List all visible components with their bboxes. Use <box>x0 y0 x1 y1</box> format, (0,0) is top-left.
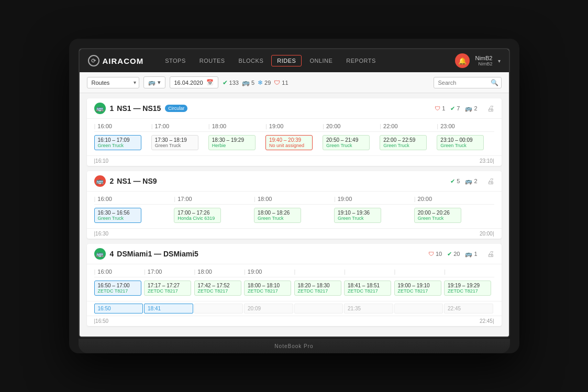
footer-seg-0: 16:50 <box>94 304 143 313</box>
time-col-1900-r2: 19:00 <box>334 196 414 202</box>
time-col-1800-r2: 18:00 <box>254 196 334 202</box>
route-4-time-header: 16:00 17:00 18:00 19:00 <box>94 268 494 277</box>
ride-time-r4-4: 18:20 – 18:30 <box>298 283 338 288</box>
ride-unit-r4-2: ZETDC T8217 <box>198 288 238 294</box>
stat-bus-value: 5 <box>251 80 254 86</box>
route-2-icon: 🚌 <box>94 175 106 187</box>
route-1-badge: Circular <box>165 105 187 112</box>
ride-time-r4-1: 17:17 – 17:27 <box>148 283 187 288</box>
nav-routes[interactable]: ROUTES <box>194 55 231 66</box>
ride-unit-r2-0: Green Truck <box>98 216 138 221</box>
route-4-print-btn[interactable]: 🖨 <box>487 250 494 258</box>
ride-block-r1-2[interactable]: 18:30 – 19:29 Herbie <box>208 135 256 150</box>
laptop-frame: ⟳ AIRACOM STOPS ROUTES BLOCKS RIDES ONLI… <box>69 39 519 353</box>
ride-block-r4-4[interactable]: 18:20 – 18:30 ZETDC T8217 <box>294 281 341 296</box>
route-card-4: 🚌 4 DSMiami1 — DSMiami5 🛡 10 ✔ 20 <box>87 244 502 326</box>
stat-bus: 🚌 5 <box>242 79 254 86</box>
laptop-screen: ⟳ AIRACOM STOPS ROUTES BLOCKS RIDES ONLI… <box>79 48 510 338</box>
route-card-2: 🚌 2 NS1 — NS9 ✔ 5 🚌 2 🖨 <box>87 171 502 239</box>
route-2-rides: 16:30 – 16:56 Green Truck 17:00 – 17:26 … <box>94 208 494 223</box>
notification-bell[interactable]: 🔔 <box>455 53 470 68</box>
ride-block-r2-1[interactable]: 17:00 – 17:26 Honda Civic 6319 <box>174 208 221 223</box>
bus-icon-r1: 🚌 <box>465 105 472 112</box>
shield-icon-r1: 🛡 <box>435 105 440 111</box>
user-menu[interactable]: NimB2 NimB2 <box>475 55 492 66</box>
app-nav: ⟳ AIRACOM STOPS ROUTES BLOCKS RIDES ONLI… <box>80 49 509 72</box>
ride-unit-r2-1: Honda Civic 6319 <box>177 216 217 221</box>
ride-block-r1-6[interactable]: 23:10 – 00:09 Green Truck <box>437 135 484 150</box>
ride-block-r1-5[interactable]: 22:00 – 22:59 Green Truck <box>380 135 427 150</box>
ride-block-r4-7[interactable]: 19:19 – 19:29 ZETDC T8217 <box>444 281 491 296</box>
user-name: NimB2 <box>475 55 492 61</box>
laptop-bottom: NoteBook Pro <box>79 339 510 353</box>
ride-unit-r4-6: ZETDC T8217 <box>398 288 438 294</box>
nav-online[interactable]: ONLINE <box>304 55 338 66</box>
user-dropdown-arrow[interactable]: ▾ <box>498 58 501 64</box>
ride-cell-r4-5: 18:41 – 18:51 ZETDC T8217 <box>344 281 394 296</box>
route-1-icon: 🚌 <box>94 103 106 114</box>
time-col-empty2-r4 <box>344 268 394 275</box>
route-4-bus-val: 1 <box>474 251 477 257</box>
time-col-1900-r1: 19:00 <box>265 123 323 129</box>
footer-seg-4 <box>294 304 343 313</box>
date-picker[interactable]: 16.04.2020 📅 <box>170 76 218 88</box>
route-1-print-btn[interactable]: 🖨 <box>487 104 494 113</box>
ride-cell-r4-2: 17:42 – 17:52 ZETDC T8217 <box>194 281 245 296</box>
ride-unit-r1-2: Herbie <box>212 143 252 148</box>
route-2-bus-val: 2 <box>474 178 477 184</box>
nav-stops[interactable]: STOPS <box>159 55 192 66</box>
footer-seg-6 <box>394 304 443 313</box>
bus-filter-btn[interactable]: 🚌 ▾ <box>143 76 165 88</box>
ride-cell-r4-4: 18:20 – 18:30 ZETDC T8217 <box>294 281 345 296</box>
ride-block-r2-0[interactable]: 16:30 – 16:56 Green Truck <box>94 208 141 223</box>
ride-cell-r1-6: 23:10 – 00:09 Green Truck <box>437 135 494 150</box>
stat-snow: ❄ 29 <box>258 79 271 86</box>
ride-block-r4-6[interactable]: 19:00 – 19:10 ZETDC T8217 <box>394 281 441 296</box>
ride-block-r2-2[interactable]: 18:00 – 18:26 Green Truck <box>254 208 301 223</box>
ride-block-r4-1[interactable]: 17:17 – 17:27 ZETDC T8217 <box>144 281 191 296</box>
ride-cell-r1-4: 20:50 – 21:49 Green Truck <box>323 135 380 150</box>
route-1-shield-stat: 🛡 1 <box>435 105 445 111</box>
ride-unit-r2-2: Green Truck <box>258 216 297 221</box>
route-1-check-stat: ✔ 7 <box>450 105 460 112</box>
search-icon[interactable]: 🔍 <box>491 79 498 86</box>
nav-rides[interactable]: RIDES <box>271 55 302 66</box>
ride-time-r1-5: 22:00 – 22:59 <box>383 137 423 143</box>
route-2-check-stat: ✔ 5 <box>450 178 460 185</box>
route-1-body: 16:00 17:00 18:00 19:00 20:00 22:00 23:0… <box>87 119 502 155</box>
route-1-footer-right: 23:10| <box>480 158 494 164</box>
filter-select[interactable]: Routes <box>87 77 139 88</box>
laptop-label: NoteBook Pro <box>274 343 313 349</box>
ride-cell-r2-1: 17:00 – 17:26 Honda Civic 6319 <box>174 208 254 223</box>
route-4-shield-val: 10 <box>436 251 442 257</box>
logo-text: AIRACOM <box>103 57 144 65</box>
toolbar: Routes 🚌 ▾ 16.04.2020 📅 ✔ 133 🚌 5 <box>80 72 509 93</box>
ride-block-r1-4[interactable]: 20:50 – 21:49 Green Truck <box>323 135 370 150</box>
bus-icon-r4: 🚌 <box>465 251 472 257</box>
ride-block-r1-0[interactable]: 16:10 – 17:09 Green Truck <box>94 135 141 150</box>
ride-block-r2-4[interactable]: 20:00 – 20:26 Green Truck <box>414 208 461 223</box>
ride-unit-r4-5: ZETDC T8217 <box>348 288 387 294</box>
ride-time-r2-0: 16:30 – 16:56 <box>98 210 138 216</box>
ride-block-r4-2[interactable]: 17:42 – 17:52 ZETDC T8217 <box>194 281 241 296</box>
footer-seg-2 <box>194 304 243 313</box>
ride-block-r1-1[interactable]: 17:30 – 18:19 Green Truck <box>151 135 198 150</box>
ride-block-r4-3[interactable]: 18:00 – 18:10 ZETDC T8217 <box>244 281 291 296</box>
ride-unit-r1-3: No unit assigned <box>269 143 309 148</box>
main-content: 🚌 1 NS1 — NS15 Circular 🛡 1 ✔ 7 <box>80 93 509 337</box>
search-wrap: 🔍 <box>434 77 502 88</box>
ride-block-r4-5[interactable]: 18:41 – 18:51 ZETDC T8217 <box>344 281 391 296</box>
route-2-print-btn[interactable]: 🖨 <box>487 177 494 185</box>
route-4-header: 🚌 4 DSMiami1 — DSMiami5 🛡 10 ✔ 20 <box>87 244 502 264</box>
ride-unit-r4-0: ZETDC T8217 <box>98 288 138 294</box>
ride-block-r2-3[interactable]: 19:10 – 19:36 Green Truck <box>334 208 381 223</box>
nav-blocks[interactable]: BLOCKS <box>233 55 270 66</box>
bus-filter-arrow: ▾ <box>158 79 161 86</box>
ride-cell-r1-3: 19:40 – 20:39 No unit assigned <box>265 135 323 150</box>
route-2-footer-left: |16:30 <box>94 231 109 237</box>
stat-shield-value: 11 <box>282 80 288 86</box>
nav-reports[interactable]: REPORTS <box>340 55 381 66</box>
ride-block-r1-3[interactable]: 19:40 – 20:39 No unit assigned <box>265 135 313 150</box>
ride-block-r4-0[interactable]: 16:50 – 17:00 ZETDC T8217 <box>94 281 141 296</box>
route-1-rides: 16:10 – 17:09 Green Truck 17:30 – 18:19 … <box>94 135 494 150</box>
